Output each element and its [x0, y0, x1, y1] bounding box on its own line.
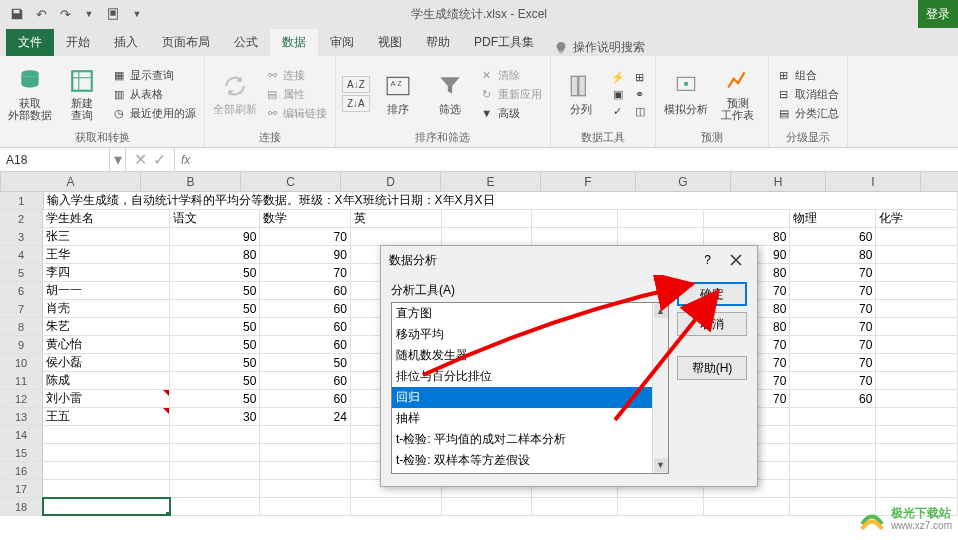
- advanced-filter-item[interactable]: ▼高级: [478, 105, 544, 122]
- list-item[interactable]: 移动平均: [392, 324, 652, 345]
- list-item[interactable]: 回归: [392, 387, 652, 408]
- cell[interactable]: 70: [790, 318, 876, 335]
- data-model-item[interactable]: ◫: [631, 103, 649, 119]
- cell[interactable]: 朱艺: [43, 318, 170, 335]
- forecast-sheet-button[interactable]: 预测 工作表: [714, 59, 762, 129]
- cancel-formula-icon[interactable]: ✕: [134, 150, 147, 169]
- cell[interactable]: [876, 426, 958, 443]
- connections-item[interactable]: ⚯连接: [263, 67, 329, 84]
- cell[interactable]: 70: [790, 300, 876, 317]
- cell[interactable]: 数学: [260, 210, 351, 227]
- row-header[interactable]: 4: [0, 246, 43, 263]
- tab-insert[interactable]: 插入: [102, 29, 150, 56]
- recent-sources-item[interactable]: ◷最近使用的源: [110, 105, 198, 122]
- cell[interactable]: [790, 480, 876, 497]
- cell[interactable]: [260, 444, 351, 461]
- cell[interactable]: 肖壳: [43, 300, 170, 317]
- cell[interactable]: 侯小磊: [43, 354, 170, 371]
- cell[interactable]: 王五: [43, 408, 170, 425]
- qat-dropdown-icon[interactable]: ▼: [78, 3, 100, 25]
- cell[interactable]: [876, 228, 958, 245]
- ok-button[interactable]: 确定: [677, 282, 747, 306]
- tab-help[interactable]: 帮助: [414, 29, 462, 56]
- cell[interactable]: [618, 498, 704, 515]
- analysis-tools-listbox[interactable]: 直方图移动平均随机数发生器排位与百分比排位回归抽样t-检验: 平均值的成对二样本…: [391, 302, 669, 474]
- cell[interactable]: 90: [170, 228, 261, 245]
- tab-home[interactable]: 开始: [54, 29, 102, 56]
- cell[interactable]: 50: [170, 300, 261, 317]
- cell[interactable]: [351, 498, 442, 515]
- sort-button[interactable]: A Z排序: [374, 59, 422, 129]
- from-table-item[interactable]: ▥从表格: [110, 86, 198, 103]
- cell[interactable]: 刘小雷: [43, 390, 170, 407]
- row-header[interactable]: 15: [0, 444, 43, 461]
- cell[interactable]: [43, 498, 170, 515]
- sort-desc-button[interactable]: Z↓A: [342, 95, 370, 112]
- cell[interactable]: 60: [260, 318, 351, 335]
- tab-file[interactable]: 文件: [6, 29, 54, 56]
- cell[interactable]: 50: [170, 354, 261, 371]
- cell[interactable]: [876, 480, 958, 497]
- cell[interactable]: [876, 300, 958, 317]
- touch-mode-icon[interactable]: [102, 3, 124, 25]
- cell[interactable]: [704, 498, 790, 515]
- relationships-item[interactable]: ⚭: [631, 86, 649, 102]
- show-queries-item[interactable]: ▦显示查询: [110, 67, 198, 84]
- cell[interactable]: 70: [790, 354, 876, 371]
- group-item[interactable]: ⊞组合: [775, 67, 841, 84]
- col-header-B[interactable]: B: [141, 172, 241, 191]
- cell[interactable]: 24: [260, 408, 351, 425]
- cell[interactable]: [170, 426, 261, 443]
- list-item[interactable]: 排位与百分比排位: [392, 366, 652, 387]
- remove-dup-item[interactable]: ▣: [609, 86, 627, 102]
- cell[interactable]: 英: [351, 210, 442, 227]
- col-header-G[interactable]: G: [636, 172, 731, 191]
- cell[interactable]: [170, 444, 261, 461]
- accept-formula-icon[interactable]: ✓: [153, 150, 166, 169]
- col-header-J[interactable]: J: [921, 172, 958, 191]
- edit-links-item[interactable]: ⚯编辑链接: [263, 105, 329, 122]
- cell[interactable]: 黄心怡: [43, 336, 170, 353]
- cell[interactable]: [170, 498, 261, 515]
- cell[interactable]: [876, 372, 958, 389]
- list-item[interactable]: 直方图: [392, 303, 652, 324]
- cell[interactable]: 70: [790, 282, 876, 299]
- cell[interactable]: 化学: [876, 210, 958, 227]
- cell[interactable]: [704, 210, 790, 227]
- cell[interactable]: 80: [790, 246, 876, 263]
- cell[interactable]: [532, 228, 618, 245]
- cell[interactable]: 70: [790, 372, 876, 389]
- col-header-E[interactable]: E: [441, 172, 541, 191]
- scroll-up-icon[interactable]: ▲: [654, 304, 668, 318]
- row-header[interactable]: 12: [0, 390, 43, 407]
- cell[interactable]: 70: [790, 264, 876, 281]
- cell[interactable]: [876, 408, 958, 425]
- clear-filter-item[interactable]: ✕清除: [478, 67, 544, 84]
- tab-formula[interactable]: 公式: [222, 29, 270, 56]
- cell[interactable]: 50: [170, 390, 261, 407]
- cell[interactable]: 50: [170, 264, 261, 281]
- cell[interactable]: [43, 462, 170, 479]
- subtotal-item[interactable]: ▤分类汇总: [775, 105, 841, 122]
- cell[interactable]: [790, 462, 876, 479]
- name-box[interactable]: A18: [0, 148, 110, 171]
- cell[interactable]: [442, 498, 533, 515]
- cell[interactable]: 60: [790, 228, 876, 245]
- cell[interactable]: [876, 318, 958, 335]
- redo-icon[interactable]: ↷: [54, 3, 76, 25]
- row-header[interactable]: 17: [0, 480, 43, 497]
- cell[interactable]: 物理: [790, 210, 876, 227]
- row-header[interactable]: 8: [0, 318, 43, 335]
- cell[interactable]: 60: [260, 300, 351, 317]
- cell[interactable]: [876, 444, 958, 461]
- tab-layout[interactable]: 页面布局: [150, 29, 222, 56]
- get-external-data-button[interactable]: 获取 外部数据: [6, 59, 54, 129]
- cell[interactable]: [532, 210, 618, 227]
- cell[interactable]: [260, 480, 351, 497]
- tab-review[interactable]: 审阅: [318, 29, 366, 56]
- cell[interactable]: [876, 264, 958, 281]
- row-header[interactable]: 2: [0, 210, 43, 227]
- cell[interactable]: 60: [260, 390, 351, 407]
- cell[interactable]: [170, 462, 261, 479]
- tab-data[interactable]: 数据: [270, 29, 318, 56]
